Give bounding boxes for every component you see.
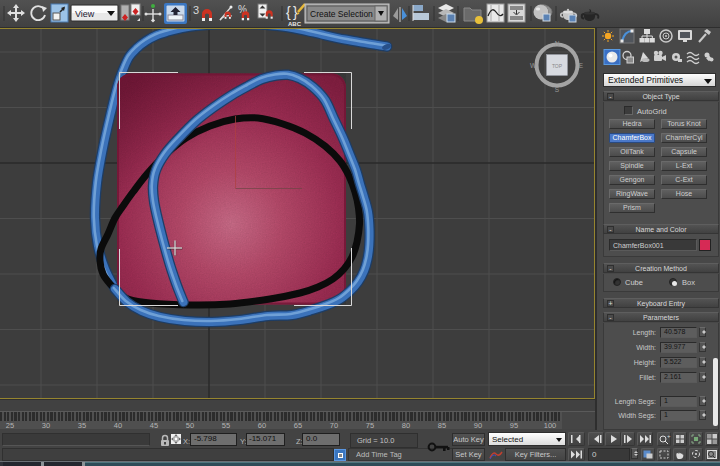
svg-text:View: View <box>75 9 95 19</box>
svg-text:N: N <box>555 40 560 47</box>
svg-text:E: E <box>579 62 584 69</box>
svg-text:S: S <box>555 86 560 93</box>
svg-text:{: { <box>286 4 291 20</box>
svg-text:Create Selection: Create Selection <box>310 9 373 19</box>
svg-text:}: } <box>293 4 298 20</box>
svg-text:TOP: TOP <box>552 63 563 69</box>
svg-text:3: 3 <box>193 4 199 16</box>
svg-text:+: + <box>667 433 671 439</box>
svg-text:ABC: ABC <box>288 21 302 27</box>
svg-text:W: W <box>530 62 537 69</box>
